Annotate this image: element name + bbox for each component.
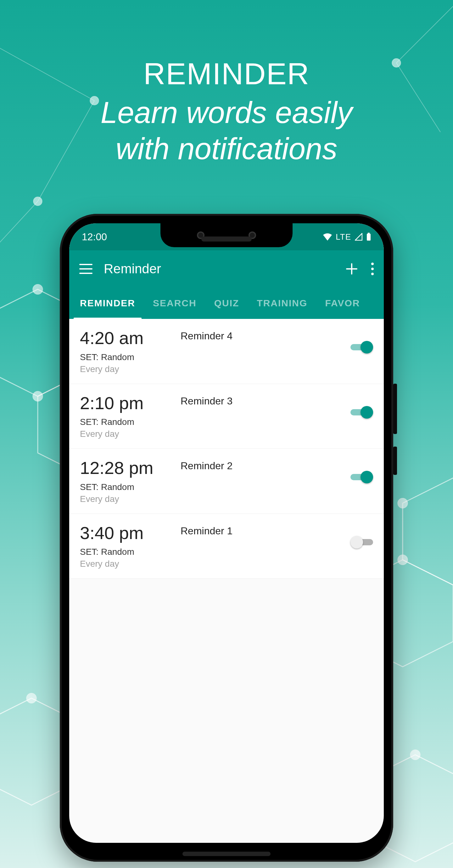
promo-subtitle-line2: with notifications — [116, 132, 337, 165]
reminder-time: 4:20 am — [80, 328, 174, 348]
tab-label: REMINDER — [80, 298, 135, 308]
overflow-menu-icon[interactable] — [371, 262, 374, 275]
battery-icon — [366, 233, 371, 241]
reminder-toggle[interactable] — [351, 471, 373, 484]
phone-volume-button — [393, 384, 397, 434]
svg-line-2 — [0, 201, 38, 283]
reminder-row[interactable]: 4:20 am SET: Random Every day Reminder 4 — [69, 319, 384, 384]
tab-favorites[interactable]: FAVOR — [316, 287, 369, 319]
phone-screen: 12:00 LTE Reminder REMINDER SEARCH QUIZ … — [69, 223, 384, 843]
svg-point-4 — [33, 197, 42, 206]
reminder-set: SET: Random — [80, 547, 174, 557]
phone-frame: 12:00 LTE Reminder REMINDER SEARCH QUIZ … — [60, 214, 393, 862]
svg-line-6 — [396, 6, 453, 63]
reminder-list: 4:20 am SET: Random Every day Reminder 4… — [69, 319, 384, 579]
reminder-time: 2:10 pm — [80, 394, 174, 413]
page-title: Reminder — [104, 261, 335, 276]
svg-point-14 — [33, 391, 43, 401]
reminder-toggle[interactable] — [351, 406, 373, 418]
signal-icon — [355, 233, 362, 241]
app-bar: Reminder — [69, 250, 384, 287]
promo-title: REMINDER — [0, 57, 453, 91]
reminder-name: Reminder 1 — [181, 525, 338, 537]
tab-label: FAVOR — [325, 298, 360, 308]
phone-power-button — [393, 446, 397, 475]
reminder-set: SET: Random — [80, 482, 174, 492]
tab-label: TRAINING — [257, 298, 307, 308]
reminder-days: Every day — [80, 559, 174, 569]
promo-subtitle-line1: Learn words easily — [101, 96, 352, 129]
reminder-row[interactable]: 3:40 pm SET: Random Every day Reminder 1 — [69, 514, 384, 579]
add-reminder-button[interactable] — [346, 263, 357, 275]
reminder-toggle[interactable] — [351, 341, 373, 353]
reminder-set: SET: Random — [80, 352, 174, 362]
promo-text-block: REMINDER Learn words easily with notific… — [0, 57, 453, 167]
svg-rect-34 — [368, 233, 370, 234]
svg-point-11 — [33, 284, 43, 294]
status-network-label: LTE — [336, 232, 351, 242]
reminder-days: Every day — [80, 429, 174, 439]
tab-label: QUIZ — [214, 298, 239, 308]
reminder-time: 3:40 pm — [80, 523, 174, 543]
tab-search[interactable]: SEARCH — [144, 287, 205, 319]
svg-rect-33 — [367, 234, 370, 241]
earpiece-speaker — [201, 237, 252, 242]
svg-point-19 — [398, 555, 408, 565]
home-indicator — [182, 851, 271, 856]
reminder-set: SET: Random — [80, 417, 174, 427]
tab-training[interactable]: TRAINING — [248, 287, 316, 319]
reminder-row[interactable]: 12:28 pm SET: Random Every day Reminder … — [69, 449, 384, 514]
reminder-time: 12:28 pm — [80, 458, 174, 478]
promo-subtitle: Learn words easily with notifications — [0, 94, 453, 167]
reminder-name: Reminder 2 — [181, 460, 338, 472]
svg-point-18 — [398, 498, 408, 508]
tab-quiz[interactable]: QUIZ — [205, 287, 248, 319]
menu-icon[interactable] — [79, 264, 92, 274]
tab-reminder[interactable]: REMINDER — [71, 287, 144, 319]
tab-bar: REMINDER SEARCH QUIZ TRAINING FAVOR — [69, 287, 384, 319]
reminder-days: Every day — [80, 494, 174, 504]
reminder-toggle[interactable] — [351, 536, 373, 549]
phone-notch — [160, 223, 293, 247]
wifi-icon — [323, 233, 332, 241]
status-time: 12:00 — [82, 231, 107, 243]
svg-marker-16 — [403, 478, 453, 585]
tab-label: SEARCH — [153, 298, 197, 308]
svg-point-30 — [410, 750, 420, 760]
reminder-row[interactable]: 2:10 pm SET: Random Every day Reminder 3 — [69, 384, 384, 449]
reminder-days: Every day — [80, 364, 174, 374]
reminder-name: Reminder 3 — [181, 395, 338, 407]
svg-point-24 — [26, 693, 36, 703]
reminder-name: Reminder 4 — [181, 330, 338, 342]
